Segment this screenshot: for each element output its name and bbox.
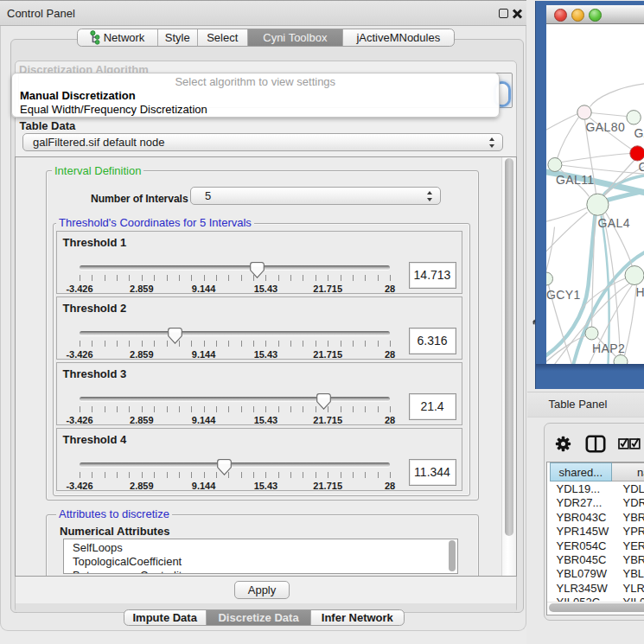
- svg-text:GA: GA: [634, 125, 644, 139]
- svg-text:H: H: [635, 284, 644, 298]
- svg-text:C: C: [638, 159, 644, 173]
- svg-text:GAL4: GAL4: [597, 215, 629, 229]
- svg-text:GAL80: GAL80: [585, 119, 625, 133]
- svg-text:HAP2: HAP2: [592, 341, 625, 354]
- svg-text:GAL11: GAL11: [556, 172, 595, 186]
- svg-text:GCY1: GCY1: [546, 287, 581, 301]
